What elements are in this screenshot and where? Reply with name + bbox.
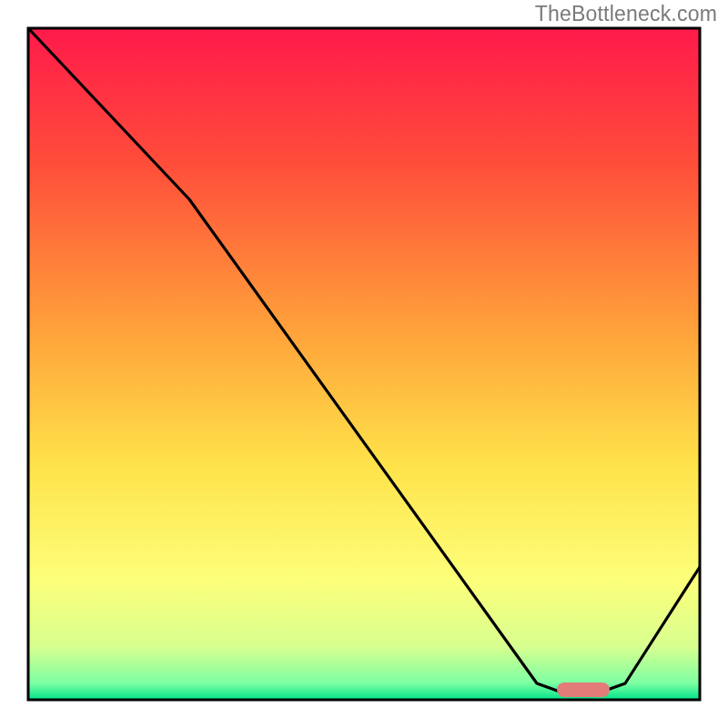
optimal-marker — [557, 682, 610, 697]
bottleneck-chart — [0, 0, 728, 728]
chart-background — [28, 28, 700, 700]
watermark-text: TheBottleneck.com — [535, 2, 717, 26]
